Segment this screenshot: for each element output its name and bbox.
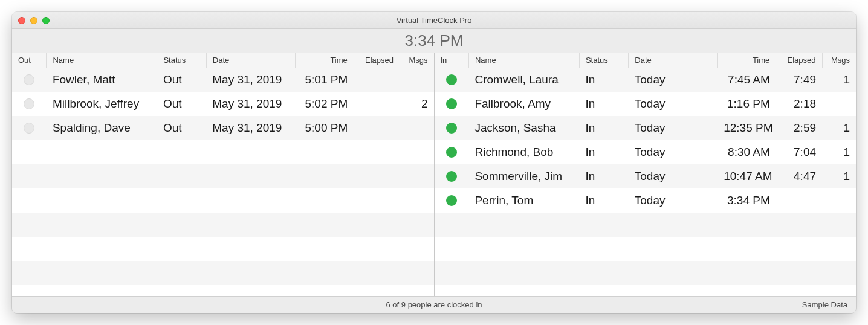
cell-name: Perrin, Tom — [468, 188, 579, 213]
out-table-header: Out Name Status Date Time Elapsed Msgs — [12, 53, 434, 68]
cell-time: 12:35 PM — [717, 116, 776, 140]
column-status[interactable]: Status — [157, 53, 206, 68]
column-time[interactable]: Time — [296, 53, 354, 68]
cell-date: Today — [629, 92, 717, 116]
cell-date: Today — [629, 188, 717, 213]
close-icon[interactable] — [18, 17, 25, 24]
cell-status: In — [579, 68, 628, 92]
cell-status: Out — [157, 68, 206, 92]
cell-name: Millbrook, Jeffrey — [47, 92, 157, 116]
out-pane: Out Name Status Date Time Elapsed Msgs F… — [12, 53, 435, 296]
status-in-indicator — [435, 116, 469, 140]
table-row-empty — [435, 261, 857, 285]
column-time[interactable]: Time — [717, 53, 776, 68]
table-row[interactable]: Sommerville, JimInToday10:47 AM4:471 — [435, 164, 857, 188]
cell-name: Fallbrook, Amy — [468, 92, 579, 116]
cell-name: Cromwell, Laura — [468, 68, 579, 92]
app-window: Virtual TimeClock Pro 3:34 PM Out Name S… — [12, 12, 856, 313]
cell-elapsed: 7:49 — [776, 68, 822, 92]
minimize-icon[interactable] — [30, 17, 37, 24]
cell-time: 1:16 PM — [717, 92, 776, 116]
status-in-indicator — [435, 188, 469, 213]
zoom-icon[interactable] — [42, 17, 50, 24]
cell-elapsed — [354, 68, 400, 92]
cell-date: Today — [629, 116, 717, 140]
table-row[interactable]: Perrin, TomInToday3:34 PM — [435, 188, 857, 213]
content-area: Out Name Status Date Time Elapsed Msgs F… — [12, 53, 856, 296]
cell-elapsed: 2:18 — [776, 92, 822, 116]
column-name[interactable]: Name — [47, 53, 157, 68]
cell-date: Today — [629, 164, 717, 188]
cell-name: Sommerville, Jim — [468, 164, 579, 188]
table-row[interactable]: Cromwell, LauraInToday7:45 AM7:491 — [435, 68, 857, 92]
column-in[interactable]: In — [435, 53, 469, 68]
column-date[interactable]: Date — [206, 53, 295, 68]
status-in-indicator — [435, 164, 469, 188]
table-row[interactable]: Richmond, BobInToday8:30 AM7:041 — [435, 140, 857, 164]
status-summary: 6 of 9 people are clocked in — [386, 300, 482, 309]
cell-msgs: 1 — [822, 140, 856, 164]
table-row-empty — [435, 237, 857, 261]
status-in-indicator — [435, 68, 469, 92]
status-out-indicator — [12, 116, 47, 140]
table-row[interactable]: Jackson, SashaInToday12:35 PM2:591 — [435, 116, 857, 140]
status-out-indicator — [12, 68, 47, 92]
column-date[interactable]: Date — [629, 53, 717, 68]
cell-name: Jackson, Sasha — [468, 116, 579, 140]
cell-msgs — [822, 188, 856, 213]
cell-msgs: 1 — [822, 68, 856, 92]
cell-date: May 31, 2019 — [206, 116, 295, 140]
cell-status: In — [579, 116, 628, 140]
cell-status: In — [579, 140, 628, 164]
window-title: Virtual TimeClock Pro — [12, 16, 856, 25]
green-dot-icon — [446, 171, 457, 182]
column-elapsed[interactable]: Elapsed — [776, 53, 822, 68]
grey-dot-icon — [24, 123, 34, 134]
cell-time: 5:01 PM — [296, 68, 354, 92]
cell-name: Fowler, Matt — [47, 68, 157, 92]
table-row-empty — [12, 188, 434, 213]
cell-elapsed — [776, 188, 822, 213]
cell-msgs: 1 — [822, 164, 856, 188]
green-dot-icon — [446, 98, 457, 109]
cell-elapsed: 7:04 — [776, 140, 822, 164]
table-row-empty — [12, 140, 434, 164]
in-table: In Name Status Date Time Elapsed Msgs Cr… — [435, 53, 857, 285]
cell-status: In — [579, 188, 628, 213]
column-msgs[interactable]: Msgs — [400, 53, 434, 68]
cell-status: Out — [157, 116, 206, 140]
titlebar[interactable]: Virtual TimeClock Pro — [12, 12, 856, 29]
table-row[interactable]: Fowler, MattOutMay 31, 20195:01 PM — [12, 68, 434, 92]
column-msgs[interactable]: Msgs — [822, 53, 856, 68]
cell-msgs: 1 — [822, 116, 856, 140]
status-in-indicator — [435, 140, 469, 164]
column-name[interactable]: Name — [468, 53, 579, 68]
table-row-empty — [12, 164, 434, 188]
status-right-label: Sample Data — [802, 300, 847, 309]
grey-dot-icon — [24, 98, 34, 109]
cell-date: May 31, 2019 — [206, 68, 295, 92]
cell-time: 3:34 PM — [717, 188, 776, 213]
in-pane: In Name Status Date Time Elapsed Msgs Cr… — [435, 53, 857, 296]
status-in-indicator — [435, 92, 469, 116]
cell-name: Spalding, Dave — [47, 116, 157, 140]
cell-elapsed — [354, 92, 400, 116]
cell-time: 10:47 AM — [717, 164, 776, 188]
table-row-empty — [435, 213, 857, 237]
table-row-empty — [12, 237, 434, 261]
column-out[interactable]: Out — [12, 53, 47, 68]
out-table: Out Name Status Date Time Elapsed Msgs F… — [12, 53, 434, 285]
grey-dot-icon — [24, 74, 34, 85]
column-elapsed[interactable]: Elapsed — [354, 53, 400, 68]
cell-elapsed: 4:47 — [776, 164, 822, 188]
current-time: 3:34 PM — [12, 29, 856, 53]
table-row[interactable]: Spalding, DaveOutMay 31, 20195:00 PM — [12, 116, 434, 140]
table-row[interactable]: Fallbrook, AmyInToday1:16 PM2:18 — [435, 92, 857, 116]
column-status[interactable]: Status — [579, 53, 628, 68]
cell-elapsed — [354, 116, 400, 140]
green-dot-icon — [446, 74, 457, 85]
table-row[interactable]: Millbrook, JeffreyOutMay 31, 20195:02 PM… — [12, 92, 434, 116]
cell-date: May 31, 2019 — [206, 92, 295, 116]
green-dot-icon — [446, 147, 457, 158]
cell-name: Richmond, Bob — [468, 140, 579, 164]
